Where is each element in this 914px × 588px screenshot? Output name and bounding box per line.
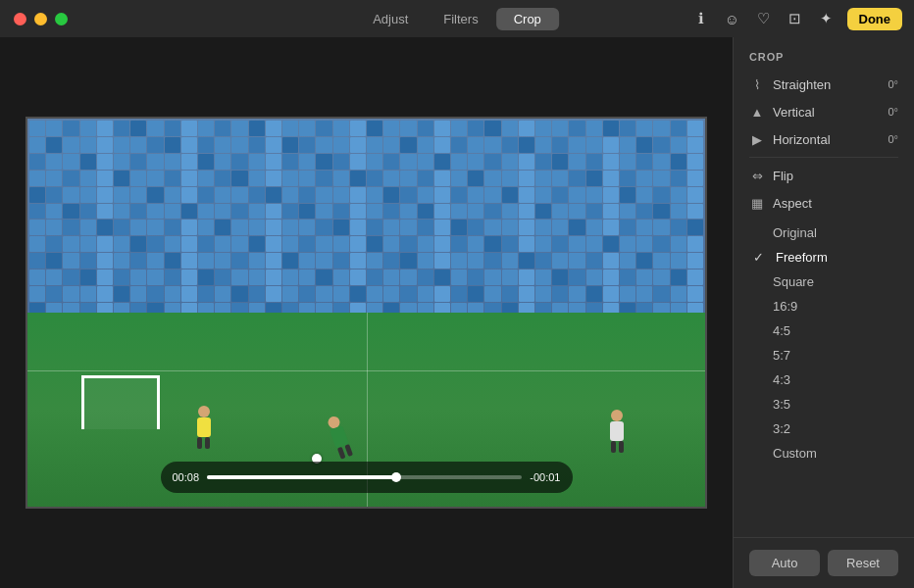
video-container: 00:08 -00:01 — [25, 117, 707, 509]
square-label: Square — [773, 274, 814, 289]
aspect-option-4-3[interactable]: 4:3 — [734, 368, 914, 392]
freeform-checkmark: ✓ — [753, 250, 764, 265]
tab-adjust[interactable]: Adjust — [355, 8, 426, 30]
aspect-option-custom[interactable]: Custom — [734, 441, 914, 466]
time-remaining: -00:01 — [530, 471, 560, 483]
heart-icon[interactable]: ♡ — [753, 8, 775, 29]
stadium-background — [27, 119, 705, 507]
horizontal-label: Horizontal — [773, 132, 869, 147]
aspect-option-3-5[interactable]: 3:5 — [734, 392, 914, 416]
aspect-option-freeform[interactable]: ✓ Freeform — [734, 245, 914, 270]
aspect-label: Aspect — [773, 196, 812, 211]
4-3-label: 4:3 — [773, 372, 790, 387]
horizontal-row: ▶ Horizontal 0° — [734, 125, 914, 153]
video-area: 00:08 -00:01 — [0, 37, 733, 588]
aspect-option-3-2[interactable]: 3:2 — [734, 416, 914, 441]
flip-icon: ⇔ — [749, 168, 765, 183]
minimize-button[interactable] — [34, 13, 47, 25]
straighten-icon: ⌇ — [749, 76, 765, 92]
flip-row[interactable]: ⇔ Flip — [734, 162, 914, 189]
auto-button[interactable]: Auto — [749, 550, 820, 576]
window-controls — [0, 13, 68, 25]
crop-icon[interactable]: ⊡ — [785, 8, 806, 29]
aspect-option-original[interactable]: Original — [734, 220, 914, 245]
progress-thumb — [391, 472, 401, 482]
straighten-row: ⌇ Straighten 0° — [734, 71, 914, 98]
panel-footer: Auto Reset — [734, 537, 914, 588]
aspect-row[interactable]: ▦ Aspect — [734, 189, 914, 217]
horizontal-value: 0° — [877, 133, 898, 145]
aspect-option-square[interactable]: Square — [734, 270, 914, 294]
straighten-value: 0° — [877, 78, 898, 90]
player-2 — [326, 414, 353, 459]
info-icon[interactable]: ℹ — [690, 8, 712, 29]
face-icon[interactable]: ☺ — [722, 8, 743, 29]
done-button[interactable]: Done — [847, 8, 903, 30]
aspect-options: Original ✓ Freeform Square 16:9 4:5 5:7 … — [734, 217, 914, 469]
vertical-icon: ▲ — [749, 104, 765, 120]
aspect-option-5-7[interactable]: 5:7 — [734, 343, 914, 368]
horizontal-icon: ▶ — [749, 131, 765, 147]
straighten-label: Straighten — [773, 77, 869, 92]
close-button[interactable] — [14, 13, 26, 25]
panel-header: CROP — [734, 37, 914, 71]
titlebar-tabs: Adjust Filters Crop — [355, 8, 559, 30]
video-controls: 00:08 -00:01 — [161, 462, 573, 493]
progress-bar[interactable] — [207, 475, 522, 479]
aspect-option-4-5[interactable]: 4:5 — [734, 318, 914, 343]
tab-crop[interactable]: Crop — [496, 8, 559, 30]
16-9-label: 16:9 — [773, 299, 797, 314]
3-5-label: 3:5 — [773, 397, 790, 412]
custom-label: Custom — [773, 446, 817, 461]
tab-filters[interactable]: Filters — [426, 8, 495, 30]
freeform-label: Freeform — [776, 250, 828, 265]
maximize-button[interactable] — [55, 13, 68, 25]
player-3 — [610, 410, 624, 453]
divider-1 — [749, 157, 898, 158]
vertical-label: Vertical — [773, 105, 869, 120]
vertical-row: ▲ Vertical 0° — [734, 98, 914, 125]
player-1 — [197, 406, 211, 449]
flip-label: Flip — [773, 169, 793, 183]
aspect-icon: ▦ — [749, 195, 765, 211]
5-7-label: 5:7 — [773, 348, 790, 363]
reset-button[interactable]: Reset — [828, 550, 898, 576]
goal-post — [81, 375, 160, 429]
main-area: 00:08 -00:01 CROP ⌇ Straighten 0° ▲ Vert… — [0, 37, 914, 588]
right-panel: CROP ⌇ Straighten 0° ▲ Vertical 0° ▶ Hor… — [733, 37, 914, 588]
original-label: Original — [773, 225, 817, 240]
vertical-value: 0° — [877, 106, 898, 118]
aspect-option-16-9[interactable]: 16:9 — [734, 294, 914, 318]
progress-fill — [207, 475, 396, 479]
video-frame — [25, 117, 707, 509]
time-current: 00:08 — [173, 471, 200, 483]
4-5-label: 4:5 — [773, 323, 790, 338]
wand-icon[interactable]: ✦ — [816, 8, 838, 29]
titlebar-right: ℹ ☺ ♡ ⊡ ✦ Done — [690, 8, 903, 30]
stadium-seats — [27, 119, 705, 320]
titlebar: Adjust Filters Crop ℹ ☺ ♡ ⊡ ✦ Done — [0, 0, 914, 37]
3-2-label: 3:2 — [773, 421, 790, 436]
